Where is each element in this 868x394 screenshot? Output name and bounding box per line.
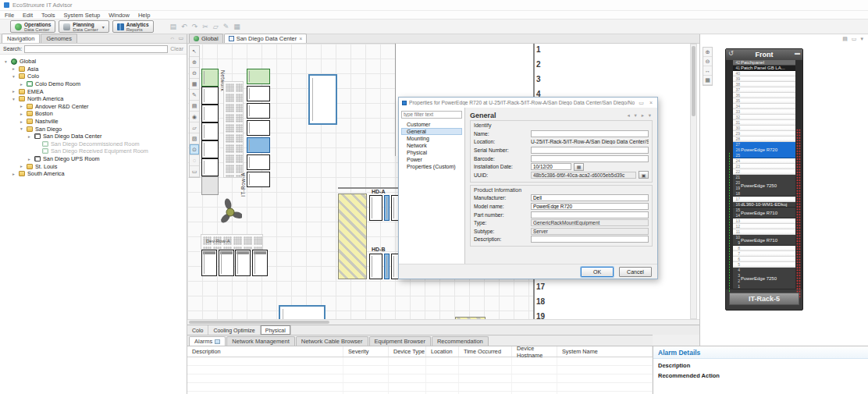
clear-button[interactable]: Clear xyxy=(170,46,183,51)
bottom-tab-network-cable-browser[interactable]: Network Cable Browser xyxy=(296,336,368,346)
zoom-in-icon[interactable]: ⊕ xyxy=(703,48,712,57)
floor-object-fan[interactable] xyxy=(219,198,242,228)
rack-empty-slot-u33[interactable] xyxy=(733,109,795,115)
menu-item-edit[interactable]: Edit xyxy=(23,12,33,19)
pan-tool-icon[interactable]: ▱ xyxy=(190,122,199,133)
tree-item-colo-demo-room[interactable]: ▸Colo Demo Room xyxy=(0,80,187,88)
editor-tab-san-diego-data-center[interactable]: San Diego Data Center× xyxy=(224,34,308,43)
tree-item-nashville[interactable]: ▸Nashville xyxy=(0,118,187,126)
bottom-tab-alarms[interactable]: Alarms xyxy=(189,336,226,346)
dialog-nav-physical[interactable]: Physical xyxy=(401,149,462,156)
column-header-location[interactable]: Location xyxy=(426,346,459,357)
tree-collapse-arrow-icon[interactable]: ▾ xyxy=(11,74,16,79)
redo-icon[interactable]: ↷ xyxy=(192,23,198,30)
cancel-button[interactable]: Cancel xyxy=(619,267,652,277)
filter-input[interactable] xyxy=(401,111,462,119)
rack-empty-slot-u32[interactable] xyxy=(733,115,795,120)
rack-empty-slot-u5[interactable] xyxy=(733,262,795,268)
editor-tab-global[interactable]: Global xyxy=(189,34,223,43)
undo-icon[interactable]: ↶ xyxy=(181,23,187,30)
tree-collapse-arrow-icon[interactable]: ▾ xyxy=(3,59,9,64)
tree-item-north-america[interactable]: ▾North America xyxy=(0,95,187,103)
network-rack-3[interactable] xyxy=(201,105,219,122)
perspective-analytics-button[interactable]: AnalyticsReports xyxy=(112,20,154,33)
tree-item-south-america[interactable]: ▸South America xyxy=(0,170,187,178)
view-menu-icon[interactable]: ▤ xyxy=(842,36,848,42)
rack-item-dl360-10-wm1-edkoj[interactable]: dL360-10-WM1-EDkoj xyxy=(733,202,795,208)
history-back-icon[interactable]: ◂ ▾ xyxy=(628,112,639,119)
subtype-input[interactable] xyxy=(531,228,649,235)
rack-empty-slot-u35[interactable] xyxy=(733,98,795,104)
rotate-rack-icon[interactable]: ↺ xyxy=(728,50,734,57)
network-rack-4[interactable] xyxy=(201,122,219,140)
rack-empty-slot-u29[interactable] xyxy=(733,131,795,137)
view-tab-cooling-optimize[interactable]: Cooling Optimize xyxy=(208,325,260,335)
column-header-description[interactable]: Description xyxy=(187,346,343,357)
name-input[interactable] xyxy=(531,130,649,137)
perspective-operations-button[interactable]: OperationsData Center xyxy=(10,20,55,33)
dialog-nav-properties-custom[interactable]: Properties (Custom) xyxy=(401,163,462,170)
network-rack-5[interactable] xyxy=(201,140,219,158)
tab-genomes[interactable]: Genomes xyxy=(41,34,77,43)
tree-expand-arrow-icon[interactable]: ▸ xyxy=(11,66,16,71)
table-row[interactable] xyxy=(187,383,653,392)
rack-item-patch-panel-gb-la[interactable]: Patch Panel GB LA... xyxy=(733,66,795,71)
tree-collapse-arrow-icon[interactable]: ▾ xyxy=(19,126,24,131)
barcode-input[interactable] xyxy=(531,155,649,162)
tree-item-san-diego-decommissioned-room[interactable]: San Diego Decommissioned Room xyxy=(0,140,187,148)
dev-rack-1[interactable] xyxy=(201,250,217,276)
tree-item-san-diego-ups-room[interactable]: ▸San Diego UPS Room xyxy=(0,155,187,163)
rack-empty-slot-u37[interactable] xyxy=(733,87,795,93)
bottom-tab-recommendation[interactable]: Recommendation xyxy=(432,336,489,346)
tree-item-san-diego-data-center[interactable]: ▸San Diego Data Center xyxy=(0,133,187,140)
dev-rack-2[interactable] xyxy=(219,250,234,276)
description-input[interactable] xyxy=(531,236,649,243)
dropdown-caret-icon[interactable]: ▾ xyxy=(102,24,105,30)
column-header-severity[interactable]: Severity xyxy=(343,346,389,357)
lock-tool-icon[interactable]: ▨ xyxy=(190,133,199,144)
tree-item-asia[interactable]: ▸Asia xyxy=(0,66,187,73)
history-forward-icon[interactable]: ▸ ▾ xyxy=(639,112,653,119)
dialog-nav-customer[interactable]: Customer xyxy=(401,121,462,128)
cut-icon[interactable]: ✂ xyxy=(202,23,208,30)
menu-item-help[interactable]: Help xyxy=(138,12,150,19)
restore-panel-icon[interactable]: ▾ xyxy=(860,36,863,42)
scrollbar-thumb[interactable] xyxy=(692,46,695,116)
tree-expand-arrow-icon[interactable]: ▸ xyxy=(27,134,32,139)
measure-tool-icon[interactable]: ◉ xyxy=(190,112,199,122)
rack-item-poweredge-7250[interactable]: PowerEdge 7250 xyxy=(733,268,795,289)
dialog-nav-power[interactable]: Power xyxy=(401,156,462,163)
hd-a-rack-1[interactable] xyxy=(369,195,382,221)
tree-expand-arrow-icon[interactable]: ▸ xyxy=(11,172,16,176)
canvas-horizontal-scrollbar[interactable] xyxy=(187,319,699,325)
rack-empty-slot-u23[interactable] xyxy=(733,164,795,169)
select-tool-icon[interactable]: ↖ xyxy=(190,46,199,57)
dialog-title-bar[interactable]: Properties for PowerEdge R720 at U-25/IT… xyxy=(399,98,657,108)
rack-item-poweredge-7250[interactable]: PowerEdge 7250 xyxy=(733,175,795,197)
rack-item-patchpanel[interactable]: Patchpanel xyxy=(733,60,795,66)
rack-empty-slot-u38[interactable] xyxy=(733,82,795,87)
dialog-nav-general[interactable]: General xyxy=(401,128,462,135)
column-header-time-occurred[interactable]: Time Occurred xyxy=(459,346,512,357)
calendar-icon[interactable]: ▦ xyxy=(574,163,584,171)
it-rack-5[interactable] xyxy=(247,137,270,153)
rack-empty-slot-u6[interactable] xyxy=(733,257,795,262)
column-header-system-name[interactable]: System Name xyxy=(557,346,653,357)
save-icon[interactable]: ▤ xyxy=(170,23,177,30)
cooling-unit-box[interactable] xyxy=(308,74,337,125)
dialog-maximize-icon[interactable]: ▭ xyxy=(637,100,646,106)
copy-icon[interactable]: ▣ xyxy=(639,171,649,179)
rack-item-poweredge-r710[interactable]: PowerEdge R710 xyxy=(733,208,795,218)
rack-empty-slot-u31[interactable] xyxy=(733,120,795,126)
model-name-input[interactable] xyxy=(531,203,649,210)
network-row-tile[interactable] xyxy=(201,176,219,195)
rack-menu-icon[interactable]: ▬ xyxy=(795,50,800,55)
view-tab-colo[interactable]: Colo xyxy=(187,325,208,335)
hd-b-rack-1[interactable] xyxy=(369,254,382,279)
close-tab-icon[interactable]: × xyxy=(299,36,302,41)
rack-empty-slot-u13[interactable] xyxy=(733,218,795,224)
menu-item-system-setup[interactable]: System Setup xyxy=(64,12,101,19)
rack-empty-slot-u7[interactable] xyxy=(733,251,795,257)
view-tab-physical[interactable]: Physical xyxy=(261,325,291,335)
manufacturer-input[interactable] xyxy=(531,194,649,201)
